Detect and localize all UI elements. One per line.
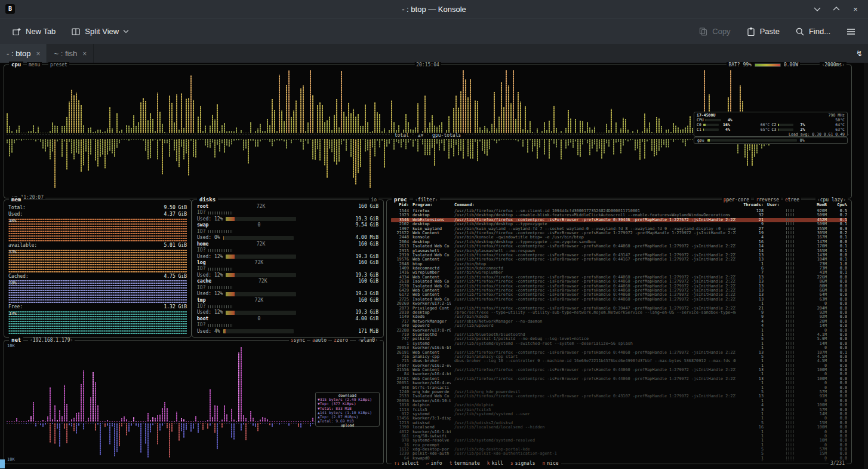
chevron-up-icon [833, 7, 840, 11]
menu-button[interactable] [840, 23, 862, 40]
process-row[interactable]: 1240org_kde_power­de/usr/lib/org_kde_pow… [391, 390, 847, 394]
process-row[interactable]: 719bluetoothd/usr/lib/bluetooth/bluetoot… [391, 333, 847, 337]
process-row[interactable]: 22288kworker/u17:0-r8100.0 [391, 329, 847, 333]
scrollbar[interactable] [864, 63, 868, 469]
process-row[interactable]: 2533Isolated Web Co/usr/lib/firefox/fire… [391, 394, 847, 399]
maximize-button[interactable] [831, 4, 842, 14]
process-row[interactable]: 2319Isolated Web Co/usr/lib/firefox/fire… [391, 253, 847, 258]
process-row[interactable]: 948btrfs-transacti100.0 [391, 386, 847, 390]
process-row[interactable]: 1409kdeconnectd/usr/bin/kdeconnectd673M0… [391, 266, 847, 271]
process-row[interactable]: 3546WebExtensions/usr/lib/firefox/firefo… [391, 218, 847, 222]
process-row[interactable]: 21622Web Content/usr/lib/firefox/firefox… [391, 231, 847, 235]
process-row[interactable]: 747polkitd/usr/lib/polkit-1/polkitd --no… [391, 337, 847, 341]
process-row[interactable]: 16rcu_preempt100.0 [391, 443, 847, 447]
process-row[interactable]: 6429Web Content/usr/lib/firefox/firefox … [391, 289, 847, 293]
close-tab-icon[interactable]: × [36, 50, 40, 57]
net-auto-button[interactable]: aauto [310, 338, 328, 344]
process-row[interactable]: 716ananicy-cpp/usr/bin/ananicy-cpp start… [391, 355, 847, 359]
split-view-button[interactable]: Split View [65, 23, 135, 40]
process-row[interactable]: 20269kworker/u17:2-i9100.0 [391, 302, 847, 306]
tab-btop[interactable]: - : btop × [0, 44, 47, 63]
net-sync-button[interactable]: ssync [289, 338, 307, 344]
process-row[interactable]: 20053kworker/u16:6-bt100.0 [391, 346, 847, 350]
process-row[interactable]: 6172Web Content/usr/lib/firefox/firefox … [391, 293, 847, 297]
process-row[interactable]: 2725Isolated Web Co/usr/lib/firefox/fire… [391, 298, 847, 302]
nice-key[interactable]: nnice [542, 461, 558, 467]
process-row[interactable]: 1544firefox/usr/lib/firefox/firefox --sm… [391, 209, 847, 213]
tab-bar-bolt-icon[interactable]: ↯ [851, 49, 868, 58]
load-average: Load avg: 0.30 0.61 0.49 [697, 132, 845, 137]
process-row[interactable]: 1390localsend/usr/lib/localsend/localsen… [391, 425, 847, 430]
terminate-key[interactable]: tterminate [450, 461, 480, 467]
close-button[interactable]: × [850, 4, 861, 14]
process-row[interactable]: 717NetworkManager/usr/sbin/NetworkManage… [391, 320, 847, 324]
process-row[interactable]: 2618Isolated Web Co/usr/lib/firefox/fire… [391, 280, 847, 284]
titlebar[interactable]: B - : btop — Konsole × [0, 0, 868, 18]
toolbar: New Tab Split View Copy Paste [0, 18, 868, 44]
paste-button[interactable]: Paste [740, 23, 786, 40]
process-row[interactable]: 21556Web Content/usr/lib/firefox/firefox… [391, 368, 847, 372]
kill-key[interactable]: kkill [487, 461, 503, 467]
net-zero-button[interactable]: zzero [332, 338, 350, 344]
process-row[interactable]: 20051kworker/u16:4-ev100.0 [391, 381, 847, 385]
tab-fish[interactable]: ~ : fish × [47, 44, 94, 63]
process-row[interactable]: 2848btop/usr/bin/btop173M1.0 [391, 262, 847, 266]
gpu-usage-graph [7, 139, 849, 188]
process-row[interactable]: 2073Privileged Cont/usr/lib/firefox/fire… [391, 306, 847, 311]
process-row[interactable]: 2010desktop/proc/self/exe --type=utility… [391, 311, 847, 315]
io-mode-toggle[interactable]: io [369, 197, 378, 203]
minimize-button[interactable] [812, 4, 823, 14]
terminal[interactable]: cpu menu preset 20:15:04 BAT? 99% 0.00W … [0, 63, 868, 469]
paste-label: Paste [760, 27, 780, 36]
process-row[interactable]: 23191Web Content/usr/lib/firefox/firefox… [391, 377, 847, 381]
process-row[interactable]: 661irq/50-iwlwifi100.0 [391, 434, 847, 439]
process-row[interactable]: 14047kworker/u16:2-ev100.0 [391, 364, 847, 368]
process-row[interactable]: 2613Isolated Web Co/usr/lib/firefox/fire… [391, 244, 847, 249]
process-row[interactable]: 1149kded6/usr/bin/kded6992M0.0 [391, 315, 847, 319]
process-row[interactable]: 1612xdg-desktop-por/usr/lib/xdg-desktop-… [391, 447, 847, 452]
process-row[interactable]: 1systemd/usr/lib/systemd/systemd --switc… [391, 342, 847, 346]
copy-icon [698, 27, 708, 36]
upload-top: ▲Top: (2.07 MiBps) [318, 415, 377, 419]
process-row[interactable]: 1113fcitx5/usr/bin/fcitx5357M0.0 [391, 408, 847, 412]
process-row[interactable]: 912systemd/usr/lib/systemd/systemd --use… [391, 412, 847, 416]
process-row[interactable]: 940upowerd/usr/lib/upowerd414M0.0 [391, 324, 847, 328]
update-interval[interactable]: ‹2000ms› [820, 62, 847, 68]
process-row[interactable]: 19576Web Content/usr/lib/firefox/firefox… [391, 258, 847, 262]
process-row[interactable]: 20056kworker/u16:10-b100.0 [391, 399, 847, 403]
select-key[interactable]: ↑↓select [394, 461, 419, 467]
process-row[interactable]: 1018dolphin/usr/bin/dolphin4100M0.0 [391, 403, 847, 407]
process-row[interactable]: 1213udisksd/usr/lib/udisks2/udisksd515M0… [391, 421, 847, 425]
signals-key[interactable]: ssignals [510, 461, 535, 467]
battery-status: BAT? 99% 0.00W [727, 62, 800, 68]
process-row[interactable]: 4012kworker/u16:1-bt100.0 [391, 430, 847, 434]
process-row[interactable]: 4334Web Content/usr/lib/firefox/firefox … [391, 275, 847, 280]
process-row[interactable]: 2004desktop/usr/lib/desktop/desktop --ty… [391, 240, 847, 244]
process-row[interactable]: 978systemd-resolve/usr/lib/systemd/syste… [391, 439, 847, 443]
find-label: Find... [809, 27, 830, 36]
process-row[interactable]: 715dbus-brokerdbus-broker --log 10 --con… [391, 359, 847, 363]
cpu-box: cpu menu preset 20:15:04 BAT? 99% 0.00W … [4, 65, 852, 198]
process-row[interactable]: 1397kwin_wayland/usr/bin/kwin_wayland --… [391, 227, 847, 231]
preset-button[interactable]: preset [48, 62, 69, 68]
process-row[interactable]: 26191Web Content/usr/lib/firefox/firefox… [391, 351, 847, 355]
menu-button-btop[interactable]: menu [27, 62, 42, 68]
process-row[interactable]: 13456kworker/3:1-disp100.0 [391, 416, 847, 421]
find-button[interactable]: Find... [789, 23, 836, 40]
battery-meter [755, 63, 781, 67]
process-row[interactable]: 2102desktop/usr/lib/desktop/desktop --ty… [391, 222, 847, 226]
close-tab-icon[interactable]: × [82, 50, 87, 57]
disk-row: tmp72K160 GiB [197, 298, 378, 304]
net-interface-selector[interactable]: ‹wlan0› [356, 338, 380, 344]
process-box: proc ‹filter› pper-core rreverse etree ‹… [386, 200, 852, 464]
process-row[interactable]: 1416wireplumber/usr/bin/wireplumber741M0… [391, 271, 847, 275]
new-tab-button[interactable]: New Tab [6, 23, 61, 40]
process-row[interactable]: 2315plasmashell/usr/bin/plasmashell --no… [391, 249, 847, 253]
process-row[interactable]: 1239polkit-kde-auth/usr/lib/polkit-kde-a… [391, 452, 847, 456]
process-row[interactable]: 2448konsole/usr/bin/konsole -qwindowtitl… [391, 235, 847, 240]
process-row[interactable]: 2570Isolated Web Co/usr/lib/firefox/fire… [391, 284, 847, 289]
copy-button[interactable]: Copy [692, 23, 736, 40]
process-row[interactable]: 84kworker/u16:4-bt100.0 [391, 372, 847, 376]
process-row[interactable]: 1923desktop/usr/lib/desktop/desktop --en… [391, 213, 847, 217]
info-key[interactable]: ↵info [426, 461, 442, 467]
